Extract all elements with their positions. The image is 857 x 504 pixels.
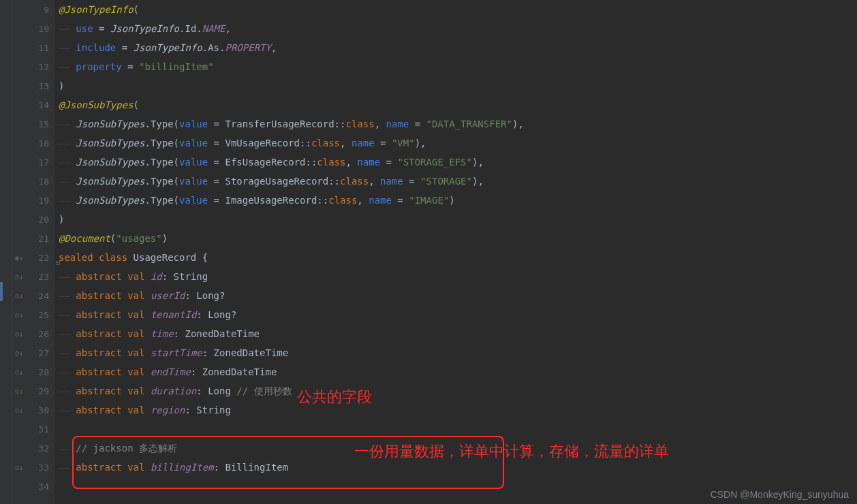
gutter-row[interactable]: 20 [12, 210, 54, 229]
gutter-row[interactable]: o↓27 [12, 343, 54, 362]
code-line[interactable]: @JsonTypeInfo( [59, 0, 857, 19]
token: class [345, 119, 374, 129]
gutter-row[interactable]: 31 [12, 420, 54, 439]
code-line[interactable]: —— abstract val userId: Long? [59, 286, 857, 305]
token: abstract val [76, 309, 151, 320]
token: = [392, 195, 409, 206]
gutter-row[interactable]: o↓29 [12, 381, 54, 400]
token: : ZonedDateTime [191, 366, 277, 377]
line-number: 13 [38, 81, 49, 91]
indent-guide: —— [59, 61, 76, 72]
gutter-row[interactable]: o↓24 [12, 286, 54, 305]
code-line[interactable] [59, 420, 857, 439]
code-line[interactable]: —— use = JsonTypeInfo.Id.NAME, [59, 19, 857, 38]
code-line[interactable]: —— abstract val tenantId: Long? [59, 305, 857, 324]
left-strip [0, 0, 12, 504]
code-line[interactable]: —— abstract val duration: Long // 使用秒数 [59, 381, 857, 400]
code-line[interactable]: —— JsonSubTypes.Type(value = TransferUsa… [59, 114, 857, 133]
gutter-row[interactable]: 32 [12, 439, 54, 458]
indent-guide: —— [59, 271, 76, 282]
gutter-row[interactable]: o↓23 [12, 267, 54, 286]
code-line[interactable]: —— property = "billingItem" [59, 57, 857, 76]
token: abstract val [76, 366, 151, 377]
indent-guide: —— [59, 405, 76, 415]
code-line[interactable]: —— abstract val id: String [59, 267, 857, 286]
token: = [380, 157, 397, 168]
token: class [311, 138, 340, 148]
token: // jackson 多态解析 [76, 443, 177, 454]
token: @Document [59, 233, 110, 244]
token: .Type( [144, 138, 179, 148]
code-line[interactable]: —— abstract val startTime: ZonedDateTime [59, 343, 857, 362]
gutter-row[interactable]: o↓28 [12, 362, 54, 381]
token: tenantId [151, 309, 196, 320]
gutter-row[interactable]: 15 [12, 114, 54, 133]
code-line[interactable]: —— abstract val region: String [59, 400, 857, 420]
indent-guide: —— [59, 23, 76, 34]
gutter-row[interactable]: 16 [12, 133, 54, 153]
override-down-icon: o↓ [15, 292, 23, 300]
token: .Type( [144, 119, 179, 129]
code-line[interactable]: —— JsonSubTypes.Type(value = VmUsageReco… [59, 133, 857, 153]
token: include [76, 42, 116, 53]
token: "STORAGE_EFS" [397, 157, 472, 168]
gutter-row[interactable]: 11 [12, 38, 54, 57]
code-line[interactable]: —— // jackson 多态解析 [59, 439, 857, 458]
token: .Type( [144, 176, 179, 187]
gutter-row[interactable]: 10 [12, 19, 54, 38]
gutter-row[interactable]: 19 [12, 191, 54, 210]
token: // 使用秒数 [236, 385, 292, 396]
code-line[interactable]: @JsonSubTypes( [59, 95, 857, 114]
token: JsonSubTypes [76, 138, 144, 148]
code-line[interactable]: —— abstract val time: ZonedDateTime [59, 324, 857, 343]
token: .Type( [144, 195, 179, 206]
line-number: 20 [38, 215, 49, 225]
token: value [179, 138, 208, 148]
gutter-row[interactable]: ◉↓22 [12, 248, 54, 267]
token: JsonSubTypes [76, 176, 144, 187]
gutter-row[interactable]: 21 [12, 229, 54, 248]
code-line[interactable]: ) [59, 210, 857, 229]
code-editor[interactable]: 9101112131415161718192021◉↓22o↓23o↓24o↓2… [0, 0, 857, 504]
code-area[interactable]: @JsonTypeInfo(—— use = JsonTypeInfo.Id.N… [54, 0, 857, 504]
token: "IMAGE" [409, 195, 449, 206]
gutter-row[interactable]: o↓33 [12, 458, 54, 477]
gutter-row[interactable]: 17 [12, 153, 54, 172]
token: @JsonSubTypes [59, 99, 134, 110]
code-line[interactable]: —— JsonSubTypes.Type(value = ImageUsageR… [59, 191, 857, 210]
gutter-row[interactable]: 34 [12, 477, 54, 496]
token: ), [472, 176, 484, 187]
token: = [122, 61, 139, 72]
code-line[interactable]: —— include = JsonTypeInfo.As.PROPERTY, [59, 38, 857, 57]
code-line[interactable]: @Document("usages") [59, 229, 857, 248]
gutter-row[interactable]: o↓30 [12, 400, 54, 420]
token: id [151, 271, 162, 282]
token: , [346, 157, 358, 168]
token: ) [162, 233, 168, 244]
code-line[interactable]: —— JsonSubTypes.Type(value = EfsUsageRec… [59, 153, 857, 172]
line-number: 31 [38, 424, 49, 435]
gutter-row[interactable]: 13 [12, 76, 54, 95]
code-line[interactable]: —— abstract val billingItem: BillingItem [59, 458, 857, 477]
code-line[interactable]: ⊟sealed class UsageRecord { [59, 248, 857, 267]
gutter-row[interactable]: 9 [12, 0, 54, 19]
token: billingItem [151, 462, 214, 473]
indent-guide: —— [59, 443, 76, 454]
token: ) [59, 214, 64, 225]
line-number: 22 [38, 253, 49, 263]
token: class [317, 157, 345, 168]
code-line[interactable]: —— JsonSubTypes.Type(value = StorageUsag… [59, 172, 857, 191]
gutter-row[interactable]: 18 [12, 172, 54, 191]
code-line[interactable]: —— abstract val endTime: ZonedDateTime [59, 362, 857, 381]
gutter-row[interactable]: o↓26 [12, 324, 54, 343]
gutter-row[interactable]: 14 [12, 95, 54, 114]
gutter-row[interactable]: o↓25 [12, 305, 54, 324]
gutter[interactable]: 9101112131415161718192021◉↓22o↓23o↓24o↓2… [12, 0, 54, 504]
code-line[interactable]: ) [59, 76, 857, 95]
token: JsonSubTypes [76, 195, 144, 206]
indent-guide: —— [59, 366, 76, 377]
token: abstract val [76, 271, 151, 282]
token: endTime [151, 366, 191, 377]
gutter-row[interactable]: 12 [12, 57, 54, 76]
indent-guide: —— [59, 462, 76, 473]
